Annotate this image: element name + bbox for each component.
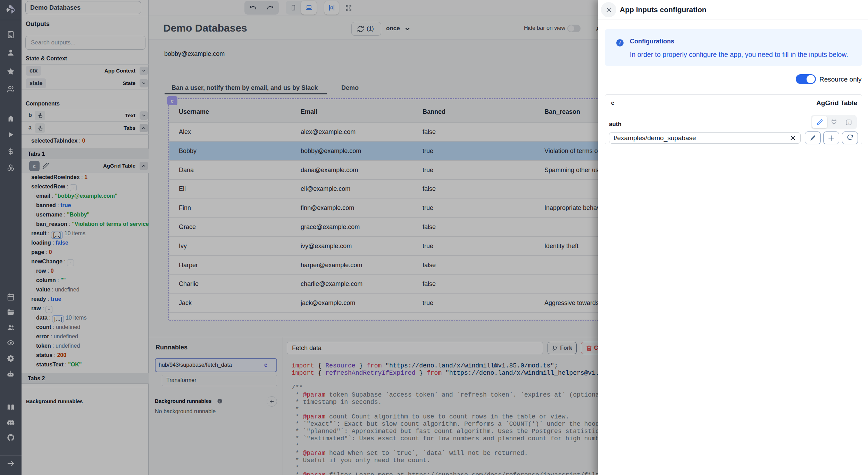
svg-text:f: f xyxy=(848,120,850,124)
svg-text:i: i xyxy=(619,40,621,45)
